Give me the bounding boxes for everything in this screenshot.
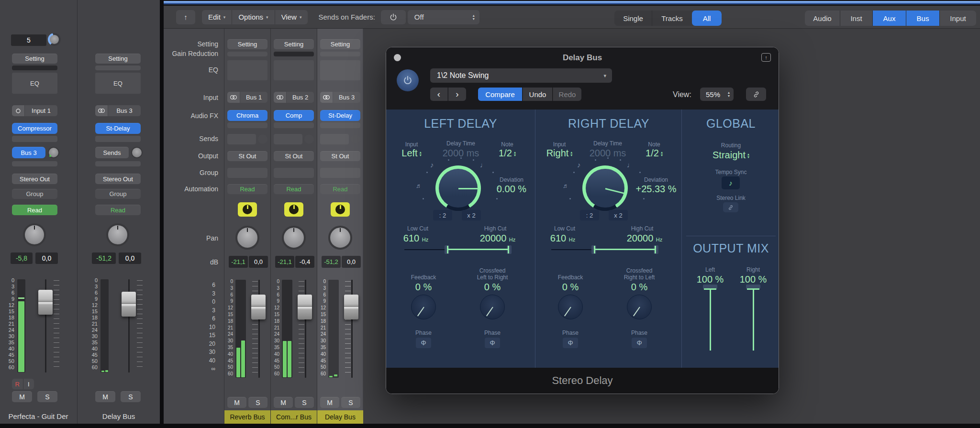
automation-button[interactable]: Read (274, 184, 314, 194)
pop-out-button[interactable]: ↑ (176, 10, 195, 24)
input-select[interactable]: Left▴▾ (395, 148, 428, 159)
output-left-value[interactable]: 100 % (691, 274, 729, 285)
volume-value[interactable]: -51,2 (92, 252, 116, 264)
phase-button[interactable]: Φ (485, 338, 500, 348)
redo-button[interactable]: Redo (553, 88, 581, 101)
audio-fx-slot[interactable]: St-Delay (320, 110, 360, 121)
crossfeed-value[interactable]: 0 % (621, 282, 657, 293)
automation-button[interactable]: Read (227, 184, 267, 194)
sends-empty-slot[interactable] (320, 134, 349, 144)
output-right-value[interactable]: 100 % (734, 274, 772, 285)
sends-empty-slot[interactable] (274, 134, 302, 144)
edit-menu[interactable]: Edit▾ (202, 10, 232, 24)
solo-button[interactable]: S (37, 391, 57, 402)
peak-value[interactable]: 0,0 (35, 252, 58, 264)
send-slot[interactable]: Bus 3 (12, 147, 45, 158)
send-level-knob[interactable] (304, 134, 314, 144)
solo-button[interactable]: S (121, 391, 141, 402)
eq-thumbnail[interactable]: EQ (95, 73, 141, 94)
solo-button[interactable]: S (248, 397, 267, 408)
audio-fx-slot[interactable]: St-Delay (95, 123, 141, 134)
input-monitor-button[interactable]: I (23, 379, 34, 389)
feedback-knob[interactable] (558, 295, 583, 319)
automation-button[interactable]: Read (95, 205, 141, 215)
input-slot[interactable]: Bus 1 (227, 92, 267, 103)
setting-button[interactable]: Setting (95, 54, 141, 64)
view-mode-single[interactable]: Single (614, 11, 652, 26)
track-number-box[interactable]: 5 (11, 34, 46, 46)
output-left-slider[interactable] (703, 285, 717, 351)
audio-fx-empty-slot[interactable] (320, 122, 360, 128)
feedback-knob[interactable] (411, 295, 436, 319)
phase-button[interactable]: Φ (632, 338, 647, 348)
send-level-knob[interactable] (258, 134, 267, 144)
mute-button[interactable]: M (274, 397, 293, 408)
eq-thumbnail[interactable] (227, 60, 267, 80)
track-name[interactable]: Reverb Bus (224, 410, 270, 424)
track-name[interactable]: Com...r Bus (271, 410, 317, 424)
phase-button[interactable]: Φ (563, 338, 578, 348)
group-slot[interactable]: Group (95, 189, 141, 199)
next-preset-button[interactable]: › (448, 88, 466, 101)
input-slot[interactable]: Bus 3 (95, 105, 141, 116)
undo-button[interactable]: Undo (523, 88, 552, 101)
sends-on-fader-indicator[interactable] (284, 202, 303, 217)
sends-on-fader-indicator[interactable] (238, 202, 257, 217)
mute-button[interactable]: M (227, 397, 246, 408)
sends-on-fader-indicator[interactable] (331, 202, 350, 217)
volume-fader[interactable] (298, 295, 312, 319)
send-level-knob[interactable] (351, 134, 360, 144)
pan-knob[interactable] (328, 226, 352, 250)
sends-empty-slot[interactable] (227, 134, 256, 144)
feedback-value[interactable]: 0 % (405, 282, 442, 293)
feedback-value[interactable]: 0 % (552, 282, 589, 293)
volume-value[interactable]: -51,2 (322, 256, 341, 268)
view-mode-all[interactable]: All (692, 11, 722, 26)
send-level-knob[interactable] (131, 147, 143, 158)
tempo-sync-button[interactable]: ♪ (722, 176, 740, 189)
audio-fx-empty-slot[interactable] (12, 136, 57, 142)
setting-button[interactable]: Setting (227, 39, 267, 49)
setting-button[interactable]: Setting (320, 39, 360, 49)
eq-thumbnail[interactable] (274, 60, 314, 80)
view-zoom-select[interactable]: 55% ▴▾ (700, 88, 734, 101)
automation-button[interactable]: Read (12, 205, 57, 215)
volume-value[interactable]: -21,1 (275, 256, 294, 268)
output-slot[interactable]: St Out (320, 151, 360, 161)
audio-fx-slot[interactable]: Chroma (227, 110, 267, 121)
sends-on-faders-select[interactable]: Off ▴▾ (408, 10, 479, 24)
audio-fx-slot[interactable]: Comp (274, 110, 314, 121)
filter-aux[interactable]: Aux (873, 11, 906, 26)
input-slot[interactable]: Input 1 (12, 105, 57, 116)
pan-knob[interactable] (282, 226, 306, 250)
output-slot[interactable]: St Out (227, 151, 267, 161)
volume-value[interactable]: -21,1 (229, 256, 248, 268)
collapse-window-icon[interactable]: ↑ (761, 53, 771, 62)
peak-value[interactable]: 0,0 (119, 252, 141, 264)
output-slot[interactable]: Stereo Out (95, 174, 141, 184)
pan-knob[interactable] (106, 223, 129, 246)
pan-knob[interactable] (23, 223, 46, 246)
setting-button[interactable]: Setting (12, 54, 57, 64)
input-slot[interactable]: Bus 2 (274, 92, 314, 103)
delay-time-knob[interactable] (435, 165, 481, 211)
volume-value[interactable]: -5,8 (11, 252, 33, 264)
audio-fx-empty-slot[interactable] (95, 136, 141, 142)
group-slot[interactable] (227, 168, 267, 178)
filter-input[interactable]: Input (940, 11, 976, 26)
peak-value[interactable]: 0,0 (249, 256, 268, 268)
delay-time-knob[interactable] (582, 165, 628, 211)
volume-fader[interactable] (344, 295, 358, 319)
view-mode-tracks[interactable]: Tracks (652, 11, 692, 26)
deviation-value[interactable]: +25.33 % (635, 184, 678, 195)
note-select[interactable]: 1/2▴▾ (490, 148, 524, 159)
volume-fader[interactable] (251, 295, 266, 319)
group-slot[interactable] (274, 168, 314, 178)
filter-bus[interactable]: Bus (906, 11, 940, 26)
routing-select[interactable]: Straight▴▾ (682, 150, 779, 161)
output-right-slider[interactable] (746, 285, 760, 351)
send-empty-slot[interactable] (95, 161, 141, 166)
audio-fx-empty-slot[interactable] (274, 122, 314, 128)
eq-thumbnail[interactable] (320, 60, 360, 80)
preset-select[interactable]: 1\2 Note Swing ▾ (430, 68, 612, 83)
